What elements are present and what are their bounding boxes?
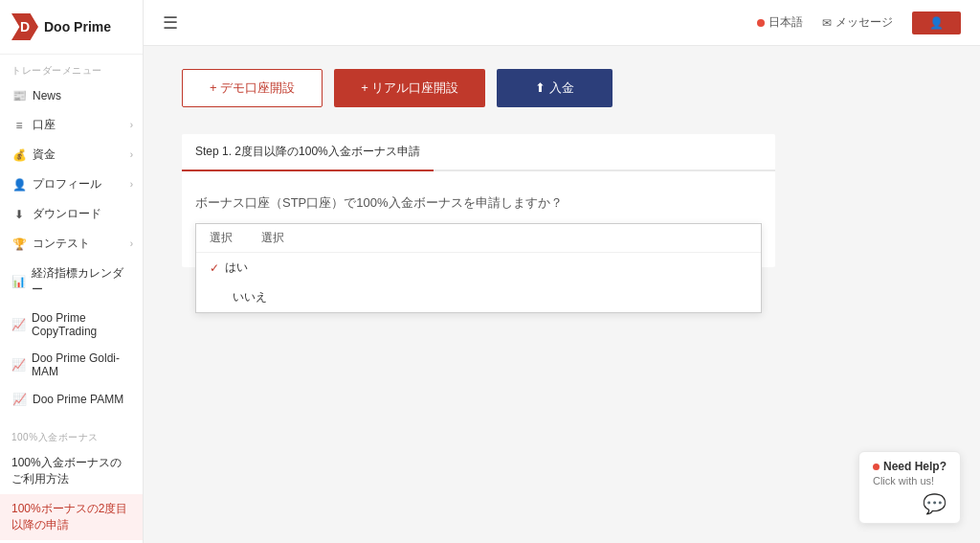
sidebar-item-copytrading[interactable]: 📈 Doo Prime CopyTrading bbox=[0, 305, 143, 345]
logo: D Doo Prime bbox=[0, 0, 143, 55]
sidebar-item-contest[interactable]: 🏆 コンテスト › bbox=[0, 229, 143, 259]
calendar-icon: 📊 bbox=[11, 274, 26, 289]
sidebar-item-goldi-label: Doo Prime Goldi-MAM bbox=[32, 351, 131, 378]
form-card: Step 1. 2度目以降の100%入金ボーナス申請 ボーナス口座（STP口座）… bbox=[182, 134, 775, 267]
sidebar-item-pamm-label: Doo Prime PAMM bbox=[33, 393, 123, 406]
funds-arrow-icon: › bbox=[130, 149, 133, 160]
sidebar-item-news-label: News bbox=[33, 89, 61, 102]
hamburger-icon[interactable]: ☰ bbox=[163, 12, 178, 34]
logo-icon: D bbox=[11, 13, 38, 40]
sidebar-item-bonus-guide-label: 100%入金ボーナスのご利用方法 bbox=[11, 455, 131, 487]
sidebar-item-goldi[interactable]: 📈 Doo Prime Goldi-MAM bbox=[0, 345, 143, 385]
contest-icon: 🏆 bbox=[11, 237, 27, 252]
action-buttons-row: + デモ口座開設 + リアル口座開設 ⬆ 入金 bbox=[182, 69, 942, 107]
option-yes-label: はい bbox=[225, 260, 248, 276]
dropdown-placeholder: 選択 bbox=[261, 231, 284, 244]
news-icon: 📰 bbox=[11, 88, 27, 103]
language-selector[interactable]: 日本語 bbox=[757, 14, 803, 31]
need-help-dot-icon bbox=[873, 464, 880, 470]
option-no-label: いいえ bbox=[233, 289, 267, 305]
topbar: ☰ 日本語 ✉ メッセージ 👤 bbox=[144, 0, 980, 46]
language-label: 日本語 bbox=[768, 14, 803, 31]
sidebar-item-funds-label: 資金 bbox=[33, 147, 56, 163]
account-arrow-icon: › bbox=[130, 120, 133, 130]
user-button[interactable]: 👤 bbox=[912, 11, 961, 34]
chat-icon: 💬 bbox=[923, 492, 947, 515]
contest-arrow-icon: › bbox=[130, 238, 133, 249]
dropdown-open: 選択 選択 ✓ はい いいえ bbox=[195, 223, 762, 313]
profile-arrow-icon: › bbox=[130, 179, 133, 190]
content-area: + デモ口座開設 + リアル口座開設 ⬆ 入金 Step 1. 2度目以降の10… bbox=[144, 46, 980, 543]
download-icon: ⬇ bbox=[11, 207, 27, 222]
sidebar-item-account[interactable]: ≡ 口座 › bbox=[0, 110, 143, 140]
sidebar-item-bonus-second[interactable]: 100%ボーナスの2度目以降の申請 bbox=[0, 494, 143, 540]
sidebar-item-bonus-second-label: 100%ボーナスの2度目以降の申請 bbox=[11, 501, 131, 533]
sidebar-item-bonus-guide[interactable]: 100%入金ボーナスのご利用方法 bbox=[0, 448, 143, 494]
user-icon: 👤 bbox=[929, 16, 944, 30]
logo-text: Doo Prime bbox=[44, 19, 111, 34]
trader-menu-label: トレーダーメニュー bbox=[0, 55, 143, 81]
need-help-subtitle: Click with us! bbox=[873, 475, 934, 486]
dropdown-option-yes[interactable]: ✓ はい bbox=[196, 253, 761, 283]
main-area: ☰ 日本語 ✉ メッセージ 👤 + デモ口座開設 + リアル口座開設 ⬆ 入金 bbox=[144, 0, 980, 543]
sidebar-item-news[interactable]: 📰 News bbox=[0, 81, 143, 110]
sidebar-item-funds[interactable]: 💰 資金 › bbox=[0, 140, 143, 170]
lang-dot-icon bbox=[757, 19, 765, 27]
sidebar-item-calendar[interactable]: 📊 経済指標カレンダー bbox=[0, 259, 143, 305]
need-help-widget[interactable]: Need Help? Click with us! 💬 bbox=[858, 451, 961, 524]
message-label: メッセージ bbox=[835, 14, 893, 31]
copytrading-icon: 📈 bbox=[11, 317, 26, 332]
topbar-left: ☰ bbox=[163, 12, 188, 34]
dropdown-header: 選択 選択 bbox=[196, 224, 761, 253]
bonus-section-label: 100%入金ボーナス bbox=[0, 421, 143, 448]
sidebar-item-calendar-label: 経済指標カレンダー bbox=[32, 265, 131, 298]
message-button[interactable]: ✉ メッセージ bbox=[822, 14, 893, 31]
sidebar-item-profile[interactable]: 👤 プロフィール › bbox=[0, 170, 143, 199]
topbar-right: 日本語 ✉ メッセージ 👤 bbox=[757, 11, 961, 34]
sidebar-item-pamm[interactable]: 📈 Doo Prime PAMM bbox=[0, 385, 143, 414]
pamm-icon: 📈 bbox=[11, 392, 27, 407]
profile-icon: 👤 bbox=[11, 177, 27, 192]
deposit-button[interactable]: ⬆ 入金 bbox=[497, 69, 612, 107]
message-icon: ✉ bbox=[822, 16, 832, 30]
funds-icon: 💰 bbox=[11, 147, 27, 163]
sidebar-item-download[interactable]: ⬇ ダウンロード bbox=[0, 199, 143, 229]
sidebar-item-profile-label: プロフィール bbox=[33, 176, 101, 192]
sidebar-item-account-label: 口座 bbox=[33, 117, 56, 133]
sidebar-item-download-label: ダウンロード bbox=[33, 206, 101, 222]
demo-account-button[interactable]: + デモ口座開設 bbox=[182, 69, 323, 107]
need-help-title: Need Help? bbox=[873, 460, 947, 473]
account-icon: ≡ bbox=[11, 118, 27, 133]
sidebar-item-copytrading-label: Doo Prime CopyTrading bbox=[32, 311, 131, 338]
sidebar-item-contest-label: コンテスト bbox=[33, 236, 90, 252]
dropdown-option-no[interactable]: いいえ bbox=[196, 283, 761, 312]
goldi-icon: 📈 bbox=[11, 357, 26, 373]
select-label: 選択 bbox=[210, 231, 233, 244]
check-icon: ✓ bbox=[210, 261, 219, 275]
form-tab: Step 1. 2度目以降の100%入金ボーナス申請 bbox=[182, 134, 775, 171]
form-tab-label: Step 1. 2度目以降の100%入金ボーナス申請 bbox=[182, 134, 434, 171]
form-question: ボーナス口座（STP口座）で100%入金ボーナスを申請しますか？ bbox=[182, 194, 775, 212]
sidebar: D Doo Prime トレーダーメニュー 📰 News ≡ 口座 › 💰 資金… bbox=[0, 0, 144, 543]
real-account-button[interactable]: + リアル口座開設 bbox=[334, 69, 485, 107]
